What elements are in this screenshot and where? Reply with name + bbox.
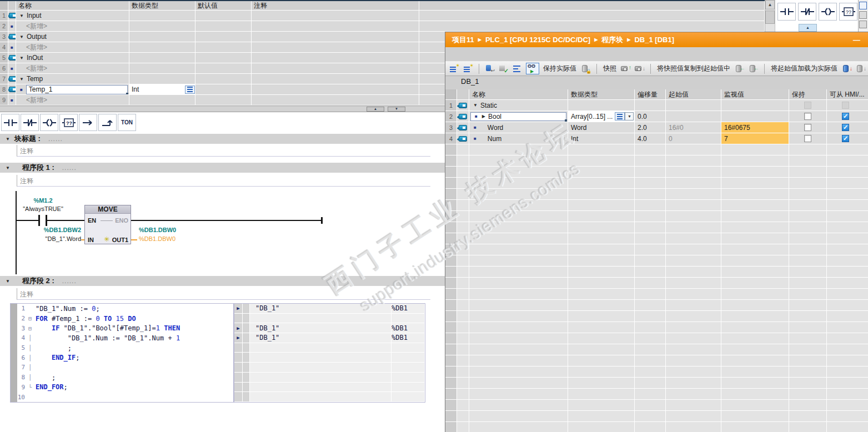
apply-changes-icon[interactable]: ✓ [498,63,509,74]
expander-icon[interactable]: ▼ [19,56,24,61]
db-empty-row[interactable] [445,222,868,233]
monitor-value[interactable]: 7 [721,133,789,144]
scl-code-line[interactable]: 7│ [11,363,233,373]
cell-handle[interactable] [565,119,567,122]
retain-checkbox[interactable] [804,135,811,142]
db-empty-row[interactable] [445,333,868,344]
expander-icon[interactable]: ▼ [473,103,478,108]
snapshot-label[interactable]: 快照 [602,64,618,73]
scl-operand-row[interactable] [234,392,425,402]
minimize-button[interactable]: — [853,36,860,44]
favorite-empty-box-button[interactable]: ?? [59,114,78,131]
collapse-icon[interactable]: ▼ [6,165,10,170]
favorite-ton-button[interactable]: TON [118,114,136,131]
retain-checkbox[interactable] [804,113,811,120]
db-empty-row[interactable] [445,144,868,155]
retain-checkbox[interactable] [804,124,811,131]
task-card-icon[interactable] [859,11,867,19]
network1-title-bar[interactable]: ▼ 程序段 1 : ...... [0,163,445,173]
db-empty-row[interactable] [445,378,868,389]
scl-operand-row[interactable] [234,314,425,324]
favorite-coil-button[interactable] [40,114,58,131]
db-empty-row[interactable] [445,311,868,322]
insert-row-icon[interactable]: ✶ [449,63,460,74]
contact-symbol[interactable]: "AlwaysTRUE" [8,205,78,212]
reset-start-values-icon[interactable]: ↩ [484,63,495,74]
expander-icon[interactable]: ▼ [19,77,24,82]
contact-bar-left[interactable] [38,215,40,226]
db-empty-row[interactable] [445,278,868,289]
scl-operand-row[interactable] [234,353,425,363]
move-in-symbol[interactable]: "DB_1".Word [11,235,81,242]
add-row-icon[interactable]: ✶ [463,63,474,74]
db-window-titlebar[interactable]: 项目11 ▶ PLC_1 [CPU 1215C DC/DC/DC] ▶ 程序块 … [445,32,868,47]
scl-code-line[interactable]: 6│ END_IF; [11,353,233,363]
load-setpoints-icon[interactable]: ↓ [855,63,866,74]
datatype-edit-field[interactable]: Array[0..15] ... ▼ [568,111,635,122]
scl-operand-row[interactable] [234,363,425,373]
breadcrumb-item[interactable]: DB_1 [DB1] [634,36,674,44]
breadcrumb-item[interactable]: 项目11 [452,35,474,45]
scrollbar-thumb[interactable] [765,11,775,24]
scl-code-line[interactable]: 8│ ; [11,373,233,383]
name-edit-field[interactable]: Temp_1 [26,85,128,94]
db-row-num[interactable]: 4 ■Num Int 4.0 0 7 [445,133,868,144]
db-empty-row[interactable] [445,344,868,355]
db-empty-row[interactable] [445,178,868,189]
db-empty-row[interactable] [445,155,868,167]
db-empty-row[interactable] [445,255,868,267]
breadcrumb-item[interactable]: PLC_1 [CPU 1215C DC/DC/DC] [485,36,590,44]
db-empty-row[interactable] [445,267,868,278]
scl-code-line[interactable]: 3⊟ IF "DB_1"."Bool"[#Temp_1]=1 THEN [11,323,233,333]
move-out-operand[interactable]: %DB1.DBW0 [139,235,175,242]
db-row-bool[interactable]: 2 ■ ▶ Bool Array[0..15] ... ▼ 0.0 [445,111,868,122]
copy-snapshot-to-start-label[interactable]: 将快照值复制到起始值中 [656,64,731,73]
collapse-icon[interactable]: ▼ [6,279,10,284]
db-empty-row[interactable] [445,422,868,432]
network1-ladder-canvas[interactable]: %M1.2 "AlwaysTRUE" MOVE EN ENO IN ✳ OUT1… [0,188,445,275]
load-start-values-icon[interactable]: ↓ [841,63,852,74]
scl-operand-row[interactable] [234,373,425,383]
network1-comment-field[interactable]: 注释 [17,175,430,187]
scl-code-editor[interactable]: 1"DB_1".Num := 0;2⊟FOR #Temp_1 := 0 TO 1… [10,303,234,403]
db-empty-row[interactable] [445,167,868,178]
splitter-collapse-down-button[interactable]: ▼ [388,107,405,112]
db-row-word[interactable]: 3 ■Word Word 2.0 16#0 16#0675 [445,122,868,133]
scl-operand-row[interactable] [234,343,425,353]
keep-actual-values-label[interactable]: 保持实际值 [542,64,578,73]
db-empty-row[interactable] [445,366,868,378]
block-comment-field[interactable]: 注释 [17,145,430,157]
breadcrumb-item[interactable]: 程序块 [601,35,623,45]
expander-icon[interactable]: ▶ [482,114,485,119]
scl-code-line[interactable]: 4│ "DB_1".Num := "DB_1".Num + 1 [11,333,233,343]
scl-operand-row[interactable]: ▶"DB_1"%DB1 [234,304,425,314]
scl-operand-row[interactable] [234,383,425,393]
db-empty-row[interactable] [445,411,868,422]
favorite-open-branch-button[interactable] [79,114,97,131]
move-in-address[interactable]: %DB1.DBW2 [22,227,81,233]
network2-comment-field[interactable]: 注释 [17,288,430,300]
datatype-dropdown-button[interactable]: ▼ [625,112,634,120]
test-task-card-icon[interactable] [859,2,867,9]
hmi-checkbox[interactable] [842,124,849,131]
scl-operand-row[interactable]: ▶"DB_1"%DB1 [234,323,425,333]
monitor-all-button[interactable]: ʘʘ▶ [526,63,539,74]
snapshot-download-icon[interactable]: ↓ [634,63,645,74]
pin-eno[interactable]: ENO [115,217,128,224]
db-empty-row[interactable] [445,400,868,411]
task-card-icon[interactable] [859,21,867,28]
pin-in[interactable]: IN [88,237,94,243]
expander-icon[interactable]: ▼ [19,34,24,39]
contact-address[interactable]: %M1.2 [22,197,64,204]
scl-code-line[interactable]: 1"DB_1".Num := 0; [11,304,233,314]
db-empty-row[interactable] [445,233,868,244]
db-empty-row[interactable] [445,211,868,222]
interface-row-input[interactable]: 1 ▼Input [0,11,775,21]
db-empty-row[interactable] [445,322,868,333]
cell-handle[interactable] [126,93,128,95]
db-empty-row[interactable] [445,200,868,211]
name-edit-field[interactable]: ■ ▶ Bool [470,112,566,121]
scl-code-line[interactable]: 5│ ; [11,343,233,353]
freeze-values-icon[interactable]: 🔒 [580,63,591,74]
db-empty-row[interactable] [445,289,868,300]
